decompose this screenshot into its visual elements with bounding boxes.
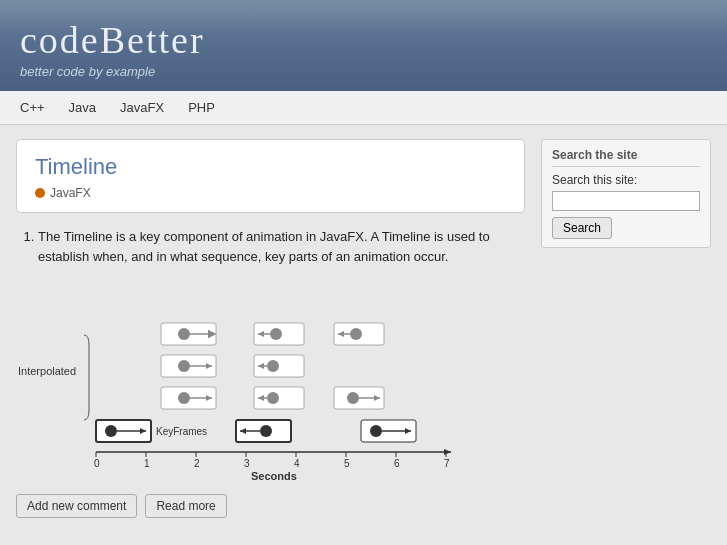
svg-text:0: 0 xyxy=(94,458,100,469)
add-comment-button[interactable]: Add new comment xyxy=(16,494,137,518)
tag-dot-icon xyxy=(35,188,45,198)
svg-text:4: 4 xyxy=(294,458,300,469)
read-more-button[interactable]: Read more xyxy=(145,494,226,518)
search-button[interactable]: Search xyxy=(552,217,612,239)
nav-php[interactable]: PHP xyxy=(178,97,225,118)
svg-point-25 xyxy=(267,392,279,404)
article-card: Timeline JavaFX xyxy=(16,139,525,213)
svg-marker-46 xyxy=(444,449,451,455)
sidebar-search-box: Search the site Search this site: Search xyxy=(541,139,711,248)
site-header: codeBetter better code by example xyxy=(0,0,727,91)
search-input[interactable] xyxy=(552,191,700,211)
svg-text:5: 5 xyxy=(344,458,350,469)
navigation: C++ Java JavaFX PHP xyxy=(0,91,727,125)
svg-point-2 xyxy=(178,328,190,340)
svg-text:Seconds: Seconds xyxy=(251,470,297,480)
svg-text:2: 2 xyxy=(194,458,200,469)
nav-javafx[interactable]: JavaFX xyxy=(110,97,174,118)
timeline-diagram: Interpolated xyxy=(16,280,525,480)
svg-point-17 xyxy=(267,360,279,372)
svg-point-29 xyxy=(347,392,359,404)
article-title: Timeline xyxy=(35,154,506,180)
svg-text:6: 6 xyxy=(394,458,400,469)
nav-cpp[interactable]: C++ xyxy=(10,97,55,118)
svg-point-13 xyxy=(178,360,190,372)
main-content: Timeline JavaFX The Timeline is a key co… xyxy=(16,139,525,518)
svg-text:3: 3 xyxy=(244,458,250,469)
timeline-svg: Interpolated xyxy=(16,280,496,480)
site-title: codeBetter xyxy=(20,18,707,62)
article-body-text: The Timeline is a key component of anima… xyxy=(38,227,525,266)
svg-text:7: 7 xyxy=(444,458,450,469)
site-tagline: better code by example xyxy=(20,64,707,79)
svg-text:KeyFrames: KeyFrames xyxy=(156,426,207,437)
sidebar-search-title: Search the site xyxy=(552,148,700,167)
article-tag: JavaFX xyxy=(35,186,506,200)
nav-java[interactable]: Java xyxy=(59,97,106,118)
svg-text:1: 1 xyxy=(144,458,150,469)
svg-point-33 xyxy=(105,425,117,437)
svg-point-38 xyxy=(260,425,272,437)
article-buttons: Add new comment Read more xyxy=(16,494,525,518)
article-body: The Timeline is a key component of anima… xyxy=(16,227,525,266)
svg-point-9 xyxy=(350,328,362,340)
svg-point-21 xyxy=(178,392,190,404)
page-layout: Timeline JavaFX The Timeline is a key co… xyxy=(0,125,727,532)
sidebar-search-label: Search this site: xyxy=(552,173,700,187)
svg-point-5 xyxy=(270,328,282,340)
article-tag-label: JavaFX xyxy=(50,186,91,200)
sidebar: Search the site Search this site: Search xyxy=(541,139,711,518)
svg-text:Interpolated: Interpolated xyxy=(18,365,76,377)
svg-point-42 xyxy=(370,425,382,437)
